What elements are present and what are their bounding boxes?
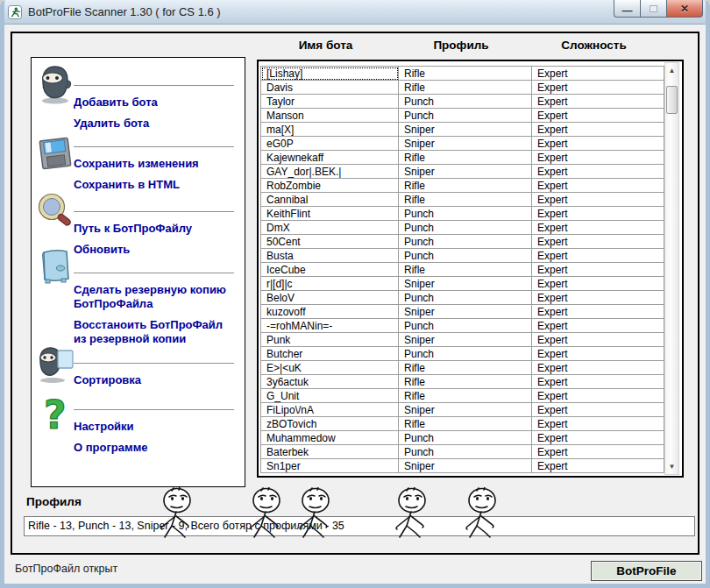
vertical-scrollbar[interactable]: ▲ ▼ (664, 62, 679, 475)
table-row[interactable]: DmX Punch Expert (261, 221, 664, 235)
bot-difficulty-cell[interactable]: Expert (532, 165, 664, 179)
bot-name-cell[interactable]: Butcher (261, 347, 399, 361)
bot-name-cell[interactable]: Busta (261, 249, 399, 263)
bot-profile-cell[interactable]: Sniper (399, 165, 532, 179)
scroll-up-button[interactable]: ▲ (665, 64, 678, 77)
bot-profile-cell[interactable]: Sniper (399, 277, 532, 291)
sidebar-link-restore[interactable]: Восстаноить БотПроФайл из резервной копи… (74, 318, 234, 346)
profiles-summary-field[interactable]: Rifle - 13, Punch - 13, Sniper - 9, Всег… (24, 516, 695, 536)
bot-profile-cell[interactable]: Rifle (399, 151, 532, 165)
sidebar-link-about[interactable]: О программе (74, 441, 234, 455)
bot-profile-cell[interactable]: Punch (399, 347, 532, 361)
bot-profile-cell[interactable]: Sniper (399, 123, 532, 137)
bot-name-cell[interactable]: eG0P (261, 137, 399, 151)
bot-profile-cell[interactable]: Rifle (399, 193, 532, 207)
bot-profile-cell[interactable]: Punch (399, 235, 532, 249)
bot-name-cell[interactable]: r|[d]|c (261, 277, 399, 291)
bot-name-cell[interactable]: ma[X] (261, 123, 399, 137)
bot-profile-cell[interactable]: Punch (399, 291, 532, 305)
bot-profile-cell[interactable]: Punch (399, 249, 532, 263)
bot-difficulty-cell[interactable]: Expert (532, 81, 664, 95)
bot-name-cell[interactable]: KeithFlint (261, 207, 399, 221)
table-row[interactable]: Baterbek Punch Expert (261, 445, 664, 459)
bot-name-cell[interactable]: BeloV (261, 291, 399, 305)
bot-name-cell[interactable]: RobZombie (261, 179, 399, 193)
bot-difficulty-cell[interactable]: Expert (532, 417, 664, 431)
sidebar-link-save-changes[interactable]: Сохранить изменения (74, 157, 234, 171)
bot-profile-cell[interactable]: Rifle (399, 67, 532, 81)
bot-name-cell[interactable]: Baterbek (261, 445, 399, 459)
bot-profile-cell[interactable]: Rifle (399, 361, 532, 375)
bot-difficulty-cell[interactable]: Expert (532, 361, 664, 375)
bot-difficulty-cell[interactable]: Expert (532, 403, 664, 417)
bot-difficulty-cell[interactable]: Expert (532, 445, 664, 459)
table-row[interactable]: G_Unit Rifle Expert (261, 389, 664, 403)
bot-name-cell[interactable]: Sn1per (261, 459, 399, 473)
bot-difficulty-cell[interactable]: Expert (532, 221, 664, 235)
table-row[interactable]: KeithFlint Punch Expert (261, 207, 664, 221)
bot-difficulty-cell[interactable]: Expert (532, 151, 664, 165)
sidebar-link-settings[interactable]: Настройки (74, 420, 234, 434)
table-row[interactable]: ma[X] Sniper Expert (261, 123, 664, 137)
bot-name-cell[interactable]: E>|<uK (261, 361, 399, 375)
table-row[interactable]: 3y6actuk Rifle Expert (261, 375, 664, 389)
bot-difficulty-cell[interactable]: Expert (532, 137, 664, 151)
bot-difficulty-cell[interactable]: Expert (532, 347, 664, 361)
table-row[interactable]: zBOTovich Rifle Expert (261, 417, 664, 431)
bot-profile-cell[interactable]: Sniper (399, 305, 532, 319)
sidebar-link-refresh[interactable]: Обновить (74, 243, 234, 257)
bot-profile-cell[interactable]: Rifle (399, 375, 532, 389)
table-row[interactable]: Busta Punch Expert (261, 249, 664, 263)
bot-difficulty-cell[interactable]: Expert (532, 459, 664, 473)
sidebar-link-botprofile-path[interactable]: Путь к БотПроФайлу (74, 222, 234, 236)
bot-profile-cell[interactable]: Rifle (399, 389, 532, 403)
table-row[interactable]: Manson Punch Expert (261, 109, 664, 123)
table-row[interactable]: Davis Rifle Expert (261, 81, 664, 95)
table-row[interactable]: 50Cent Punch Expert (261, 235, 664, 249)
table-row[interactable]: -=rohMANin=- Punch Expert (261, 319, 664, 333)
table-row[interactable]: BeloV Punch Expert (261, 291, 664, 305)
bot-name-cell[interactable]: [Lishay] (261, 67, 399, 81)
table-row[interactable]: kuzovoff Sniper Expert (261, 305, 664, 319)
bot-difficulty-cell[interactable]: Expert (532, 123, 664, 137)
bot-name-cell[interactable]: FiLipo\/nA (261, 403, 399, 417)
bot-profile-cell[interactable]: Rifle (399, 263, 532, 277)
close-button[interactable]: ✕ (666, 0, 703, 18)
bot-difficulty-cell[interactable]: Expert (532, 431, 664, 445)
bot-difficulty-cell[interactable]: Expert (532, 207, 664, 221)
bot-profile-cell[interactable]: Sniper (399, 333, 532, 347)
bot-name-cell[interactable]: Punk (261, 333, 399, 347)
bot-name-cell[interactable]: G_Unit (261, 389, 399, 403)
table-row[interactable]: IceCube Rifle Expert (261, 263, 664, 277)
table-row[interactable]: r|[d]|c Sniper Expert (261, 277, 664, 291)
table-row[interactable]: [Lishay] Rifle Expert (261, 67, 664, 81)
title-bar[interactable]: BotProFile Scanner 1.30 ( for CS 1.6 ) (0, 0, 710, 25)
sidebar-link-backup[interactable]: Сделать резервную копию БотПроФайла (74, 283, 234, 311)
bot-difficulty-cell[interactable]: Expert (532, 109, 664, 123)
bot-profile-cell[interactable]: Sniper (399, 137, 532, 151)
bot-difficulty-cell[interactable]: Expert (532, 305, 664, 319)
bot-profile-cell[interactable]: Sniper (399, 459, 532, 473)
table-row[interactable]: Sn1per Sniper Expert (261, 459, 664, 473)
table-row[interactable]: RobZombie Rifle Expert (261, 179, 664, 193)
bot-difficulty-cell[interactable]: Expert (532, 333, 664, 347)
bot-difficulty-cell[interactable]: Expert (532, 375, 664, 389)
bot-profile-cell[interactable]: Punch (399, 445, 532, 459)
bot-name-cell[interactable]: -=rohMANin=- (261, 319, 399, 333)
bot-difficulty-cell[interactable]: Expert (532, 389, 664, 403)
table-row[interactable]: Butcher Punch Expert (261, 347, 664, 361)
minimize-button[interactable]: — (614, 0, 640, 18)
table-row[interactable]: eG0P Sniper Expert (261, 137, 664, 151)
bot-name-cell[interactable]: Taylor (261, 95, 399, 109)
table-row[interactable]: Taylor Punch Expert (261, 95, 664, 109)
bot-difficulty-cell[interactable]: Expert (532, 277, 664, 291)
table-row[interactable]: GAY_dor|.BEK.| Sniper Expert (261, 165, 664, 179)
scroll-down-button[interactable]: ▼ (665, 460, 678, 473)
bot-profile-cell[interactable]: Punch (399, 319, 532, 333)
bot-name-cell[interactable]: Muhammedow (261, 431, 399, 445)
sidebar-link-sort[interactable]: Сортировка (74, 373, 234, 387)
bot-difficulty-cell[interactable]: Expert (532, 67, 664, 81)
bot-name-cell[interactable]: Davis (261, 81, 399, 95)
maximize-button[interactable] (640, 0, 666, 18)
bot-name-cell[interactable]: Kajewnekaff (261, 151, 399, 165)
